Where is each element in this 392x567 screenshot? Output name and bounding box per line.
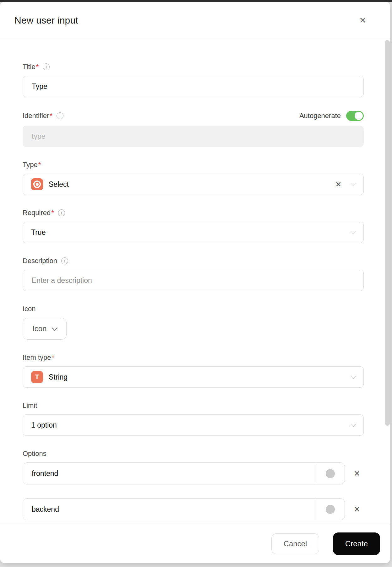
create-button[interactable]: Create bbox=[333, 532, 380, 555]
field-required: Required* i True bbox=[23, 209, 364, 243]
required-label: Required* bbox=[23, 209, 54, 217]
required-asterisk: * bbox=[52, 354, 54, 362]
color-swatch-icon bbox=[326, 505, 335, 514]
modal-footer: Cancel Create bbox=[0, 524, 390, 563]
option-color-picker[interactable] bbox=[316, 499, 345, 520]
option-remove-icon[interactable]: ✕ bbox=[354, 505, 360, 513]
required-select-value: True bbox=[31, 228, 46, 237]
identifier-input[interactable] bbox=[23, 126, 364, 147]
limit-select-value: 1 option bbox=[31, 421, 57, 429]
option-color-picker[interactable] bbox=[316, 463, 345, 484]
icon-picker-label: Icon bbox=[32, 324, 46, 333]
field-description: Description i bbox=[23, 257, 364, 291]
type-select-value: Select bbox=[49, 180, 69, 189]
description-label: Description bbox=[23, 257, 57, 265]
field-item-type: Item type* T String bbox=[23, 354, 364, 388]
field-title: Title* i bbox=[23, 63, 364, 97]
field-options: Options ✕ ✕ bbox=[23, 450, 364, 520]
info-icon[interactable]: i bbox=[57, 112, 63, 119]
required-asterisk: * bbox=[36, 63, 39, 71]
option-input[interactable] bbox=[23, 463, 316, 484]
title-input[interactable] bbox=[23, 76, 364, 97]
option-row: ✕ bbox=[23, 462, 364, 484]
required-select[interactable]: True bbox=[23, 222, 364, 243]
toggle-knob bbox=[355, 112, 363, 120]
autogenerate-toggle[interactable] bbox=[346, 111, 364, 121]
option-box bbox=[23, 498, 345, 520]
chevron-down-icon bbox=[351, 422, 356, 427]
chevron-down-icon bbox=[351, 181, 356, 186]
modal-title: New user input bbox=[14, 15, 78, 26]
limit-select[interactable]: 1 option bbox=[23, 414, 364, 436]
scrollbar-thumb[interactable] bbox=[385, 40, 390, 426]
title-label: Title* bbox=[23, 63, 39, 71]
type-label: Type* bbox=[23, 161, 41, 169]
modal-body: Title* i Identifier* i Autogenerate bbox=[0, 39, 390, 524]
string-type-icon: T bbox=[31, 371, 43, 383]
info-icon[interactable]: i bbox=[58, 209, 65, 216]
icon-label: Icon bbox=[23, 305, 36, 313]
field-type: Type* Select ✕ bbox=[23, 161, 364, 195]
item-type-label: Item type* bbox=[23, 354, 54, 362]
required-asterisk: * bbox=[51, 209, 54, 217]
identifier-label: Identifier* bbox=[23, 112, 52, 120]
chevron-down-icon bbox=[52, 325, 58, 331]
info-icon[interactable]: i bbox=[61, 257, 68, 264]
options-label: Options bbox=[23, 450, 46, 458]
description-input[interactable] bbox=[23, 270, 364, 291]
new-user-input-modal: New user input ✕ Title* i Identifier* i … bbox=[0, 2, 390, 563]
option-remove-icon[interactable]: ✕ bbox=[354, 470, 360, 478]
required-asterisk: * bbox=[50, 112, 52, 120]
color-swatch-icon bbox=[326, 469, 335, 478]
autogenerate-label: Autogenerate bbox=[299, 112, 341, 120]
autogenerate-control: Autogenerate bbox=[299, 111, 364, 121]
cancel-button[interactable]: Cancel bbox=[271, 533, 319, 554]
select-type-icon bbox=[31, 178, 43, 190]
type-select[interactable]: Select ✕ bbox=[23, 174, 364, 195]
option-box bbox=[23, 462, 345, 484]
clear-icon[interactable]: ✕ bbox=[335, 181, 341, 188]
option-input[interactable] bbox=[23, 499, 316, 520]
item-type-select[interactable]: T String bbox=[23, 366, 364, 388]
field-limit: Limit 1 option bbox=[23, 402, 364, 436]
icon-picker-button[interactable]: Icon bbox=[23, 318, 67, 340]
close-icon[interactable]: ✕ bbox=[359, 16, 366, 24]
chevron-down-icon bbox=[351, 374, 356, 379]
modal-header: New user input ✕ bbox=[0, 2, 390, 39]
item-type-select-value: String bbox=[49, 373, 68, 381]
option-row: ✕ bbox=[23, 498, 364, 520]
limit-label: Limit bbox=[23, 402, 37, 410]
chevron-down-icon bbox=[351, 229, 356, 234]
required-asterisk: * bbox=[38, 161, 41, 169]
info-icon[interactable]: i bbox=[43, 63, 50, 70]
field-icon: Icon Icon bbox=[23, 305, 364, 340]
field-identifier: Identifier* i Autogenerate bbox=[23, 111, 364, 147]
